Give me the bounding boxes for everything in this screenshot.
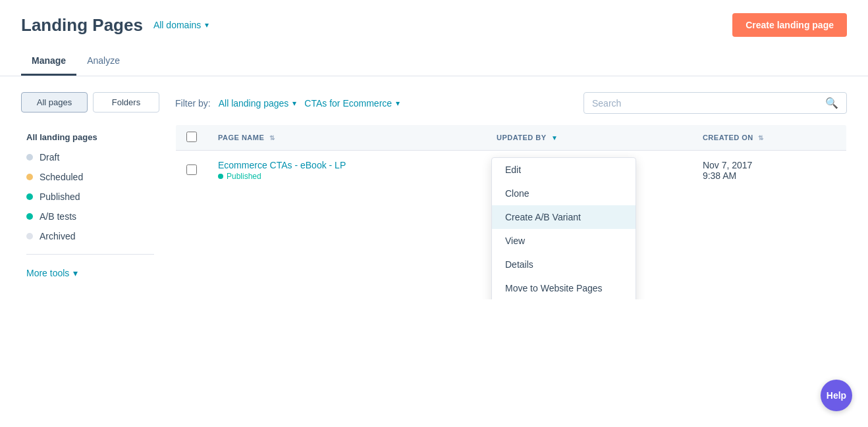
sidebar: All pages Folders All landing pages Draf… bbox=[21, 92, 159, 284]
filter-bar: Filter by: All landing pages CTAs for Ec… bbox=[175, 92, 847, 114]
created-on-time: 9:38 AM bbox=[703, 170, 836, 181]
table-container: PAGE NAME ⇅ UPDATED BY ▼ CREATED ON ⇅ bbox=[175, 124, 847, 191]
sort-page-name-icon[interactable]: ⇅ bbox=[269, 134, 275, 141]
tabs-bar: Manage Analyze bbox=[0, 47, 868, 76]
header-checkbox-col bbox=[176, 125, 208, 151]
sidebar-item-scheduled[interactable]: Scheduled bbox=[21, 167, 159, 187]
sort-updated-by-icon[interactable]: ▼ bbox=[551, 134, 558, 141]
header: Landing Pages All domains Create landing… bbox=[0, 0, 868, 37]
content-area: Filter by: All landing pages CTAs for Ec… bbox=[175, 92, 847, 284]
col-page-name-label: PAGE NAME bbox=[218, 134, 264, 141]
sidebar-item-ab-tests[interactable]: A/B tests bbox=[21, 207, 159, 226]
col-page-name: PAGE NAME ⇅ bbox=[207, 125, 486, 151]
sidebar-item-label-published: Published bbox=[40, 191, 80, 202]
sidebar-view-buttons: All pages Folders bbox=[21, 92, 159, 113]
context-dropdown-menu: Edit Clone Create A/B Variant View Detai… bbox=[491, 157, 636, 299]
col-updated-by: UPDATED BY ▼ bbox=[486, 125, 692, 151]
more-tools-button[interactable]: More tools ▾ bbox=[21, 263, 83, 284]
header-left: Landing Pages All domains bbox=[21, 15, 209, 36]
folders-button[interactable]: Folders bbox=[93, 92, 159, 113]
sidebar-section-title: All landing pages bbox=[21, 126, 159, 147]
search-box: 🔍 bbox=[583, 92, 847, 114]
col-updated-by-label: UPDATED BY bbox=[497, 134, 547, 141]
main-content: All pages Folders All landing pages Draf… bbox=[0, 76, 868, 299]
dropdown-item-view[interactable]: View bbox=[492, 229, 636, 253]
row-checkbox[interactable] bbox=[186, 164, 197, 175]
sidebar-divider bbox=[26, 254, 154, 255]
status-badge: Published bbox=[218, 172, 261, 181]
page-title: Landing Pages bbox=[21, 15, 143, 36]
status-label: Published bbox=[227, 172, 261, 181]
filter-label: Filter by: bbox=[175, 98, 211, 109]
sidebar-item-label-ab-tests: A/B tests bbox=[40, 211, 76, 222]
published-dot bbox=[26, 193, 33, 200]
all-domains-button[interactable]: All domains bbox=[153, 20, 209, 30]
col-created-on-label: CREATED ON bbox=[703, 134, 753, 141]
dropdown-item-clone[interactable]: Clone bbox=[492, 182, 636, 205]
archived-dot bbox=[26, 233, 33, 239]
dropdown-item-create-ab[interactable]: Create A/B Variant bbox=[492, 205, 636, 229]
scheduled-dot bbox=[26, 174, 33, 180]
chevron-down-icon: ▾ bbox=[73, 268, 78, 278]
tab-analyze[interactable]: Analyze bbox=[76, 47, 130, 76]
dropdown-item-move-website[interactable]: Move to Website Pages bbox=[492, 276, 636, 299]
sidebar-item-label-scheduled: Scheduled bbox=[40, 172, 83, 182]
sidebar-item-archived[interactable]: Archived bbox=[21, 226, 159, 246]
search-icon: 🔍 bbox=[825, 97, 838, 109]
sidebar-item-label-draft: Draft bbox=[40, 152, 59, 163]
created-on-date: Nov 7, 2017 bbox=[703, 160, 836, 170]
more-tools-label: More tools bbox=[26, 268, 69, 278]
col-created-on: CREATED ON ⇅ bbox=[692, 125, 847, 151]
search-input[interactable] bbox=[592, 98, 820, 109]
tab-manage[interactable]: Manage bbox=[21, 47, 76, 76]
all-pages-button[interactable]: All pages bbox=[21, 92, 88, 113]
select-all-checkbox[interactable] bbox=[186, 132, 197, 142]
status-dot bbox=[218, 174, 223, 179]
dropdown-item-edit[interactable]: Edit bbox=[492, 158, 636, 182]
sidebar-item-draft[interactable]: Draft bbox=[21, 147, 159, 167]
row-checkbox-cell bbox=[176, 151, 208, 191]
create-landing-page-button[interactable]: Create landing page bbox=[732, 13, 847, 37]
filter-all-landing-pages[interactable]: All landing pages bbox=[219, 98, 297, 109]
table-header: PAGE NAME ⇅ UPDATED BY ▼ CREATED ON ⇅ bbox=[176, 125, 847, 151]
filter-ctas-ecommerce[interactable]: CTAs for Ecommerce bbox=[304, 98, 400, 109]
sidebar-item-published[interactable]: Published bbox=[21, 187, 159, 207]
row-page-name-cell: Ecommerce CTAs - eBook - LP Published bbox=[207, 151, 486, 191]
sidebar-item-label-archived: Archived bbox=[40, 231, 75, 241]
draft-dot bbox=[26, 154, 33, 161]
dropdown-item-details[interactable]: Details bbox=[492, 253, 636, 276]
row-created-on-cell: Nov 7, 2017 9:38 AM bbox=[692, 151, 847, 191]
ab-tests-dot bbox=[26, 213, 33, 220]
page-name-link[interactable]: Ecommerce CTAs - eBook - LP bbox=[218, 160, 346, 170]
sort-created-on-icon[interactable]: ⇅ bbox=[758, 134, 764, 141]
